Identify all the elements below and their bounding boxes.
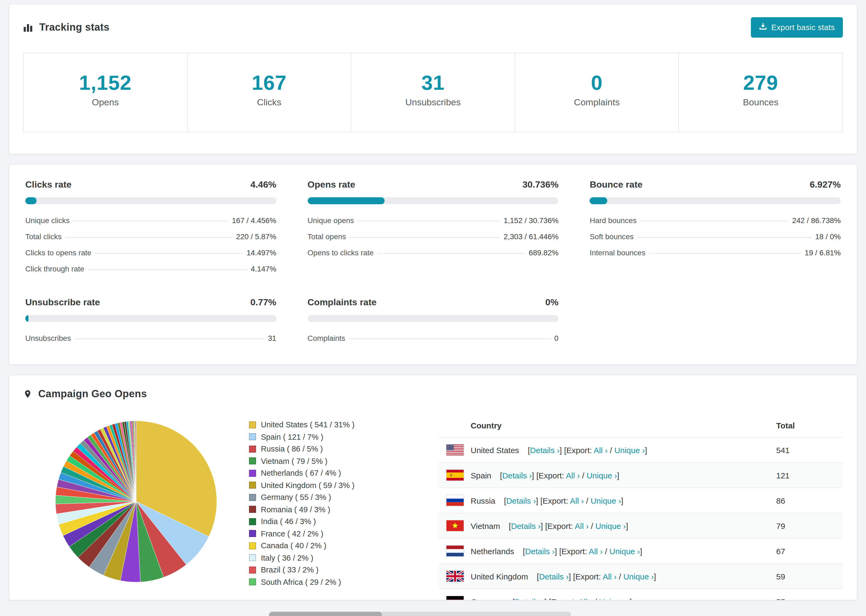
geo-opens-card: Campaign Geo Opens United States ( 541 /…: [9, 375, 857, 600]
country-links: [Details ›] [Export: All › / Unique ›]: [507, 521, 628, 530]
export-all-link[interactable]: All ›: [589, 546, 603, 556]
export-unique-link[interactable]: Unique ›: [624, 572, 654, 581]
bracket: [: [534, 572, 539, 581]
bracket: ]: [626, 521, 628, 530]
legend-item-united-states[interactable]: United States ( 541 / 31% ): [249, 420, 438, 429]
export-all-link[interactable]: All ›: [603, 572, 617, 581]
geo-pie-chart: [23, 414, 249, 600]
geo-pie-legend: United States ( 541 / 31% )Spain ( 121 /…: [249, 414, 438, 600]
legend-label: Vietnam ( 79 / 5% ): [261, 457, 328, 465]
rate-stat-value: 689.82%: [529, 248, 559, 257]
legend-item-brazil[interactable]: Brazil ( 33 / 2% ): [249, 566, 438, 574]
rate-opens-rate: Opens rate30.736%Unique opens1,152 / 30.…: [307, 179, 558, 277]
bracket: ]: [617, 471, 619, 480]
dotted-leader: [350, 237, 500, 237]
legend-item-vietnam[interactable]: Vietnam ( 79 / 5% ): [249, 457, 438, 465]
stat-label: Opens: [24, 97, 187, 108]
legend-item-india[interactable]: India ( 46 / 3% ): [249, 517, 438, 526]
details-link[interactable]: Details ›: [530, 445, 560, 454]
export-label: Export:: [551, 597, 578, 600]
legend-item-russia[interactable]: Russia ( 86 / 5% ): [249, 445, 438, 453]
dotted-leader: [638, 237, 811, 237]
export-all-link[interactable]: All ›: [566, 471, 580, 480]
country-links: [Details ›] [Export: All › / Unique ›]: [526, 445, 647, 454]
export-unique-link[interactable]: Unique ›: [590, 496, 621, 505]
separator: /: [589, 521, 595, 530]
rate-progress-fill: [307, 197, 384, 204]
export-all-link[interactable]: All ›: [570, 496, 584, 505]
rate-title: Clicks rate: [25, 179, 72, 190]
horizontal-scrollbar-thumb[interactable]: [269, 612, 382, 616]
rate-stat-value: 167 / 4.456%: [232, 216, 276, 225]
rate-stat-row: Hard bounces242 / 86.738%: [590, 212, 841, 228]
rate-title: Bounce rate: [590, 179, 643, 190]
details-link[interactable]: Details ›: [506, 496, 536, 505]
legend-label: Brazil ( 33 / 2% ): [261, 566, 318, 574]
tracking-stats-title-text: Tracking stats: [39, 22, 109, 33]
country-cell: United States [Details ›] [Export: All ›…: [446, 444, 776, 456]
country-total: 541: [776, 445, 835, 454]
legend-item-france[interactable]: France ( 42 / 2% ): [249, 529, 438, 538]
flag-netherlands-icon: [446, 545, 464, 557]
rate-stat-label: Clicks to opens rate: [25, 248, 91, 257]
legend-item-south-africa[interactable]: South Africa ( 29 / 2% ): [249, 578, 438, 586]
legend-item-netherlands[interactable]: Netherlands ( 67 / 4% ): [249, 469, 438, 477]
export-unique-link[interactable]: Unique ›: [599, 597, 630, 600]
export-label: Export:: [542, 496, 570, 505]
stat-value: 279: [679, 71, 842, 94]
legend-item-germany[interactable]: Germany ( 55 / 3% ): [249, 493, 438, 501]
country-cell: Vietnam [Details ›] [Export: All › / Uni…: [446, 520, 776, 532]
export-basic-stats-button[interactable]: Export basic stats: [751, 17, 843, 38]
legend-item-italy[interactable]: Italy ( 36 / 2% ): [249, 553, 438, 562]
rate-progress-fill: [590, 197, 607, 204]
rate-stat-value: 19 / 6.81%: [805, 248, 841, 257]
tracking-stats-title: Tracking stats: [23, 22, 109, 33]
export-unique-link[interactable]: Unique ›: [609, 546, 640, 556]
bracket: ]: [645, 445, 647, 454]
legend-item-canada[interactable]: Canada ( 40 / 2% ): [249, 541, 438, 550]
export-all-link[interactable]: All ›: [578, 597, 592, 600]
bracket: ] [: [532, 471, 538, 480]
legend-swatch: [249, 470, 256, 476]
legend-item-romania[interactable]: Romania ( 49 / 3% ): [249, 505, 438, 514]
legend-item-united-kingdom[interactable]: United Kingdom ( 59 / 3% ): [249, 481, 438, 489]
legend-swatch: [249, 518, 256, 525]
country-links: [Details ›] [Export: All › / Unique ›]: [498, 471, 619, 480]
details-link[interactable]: Details ›: [515, 597, 544, 600]
details-link[interactable]: Details ›: [539, 572, 568, 581]
export-unique-link[interactable]: Unique ›: [587, 471, 617, 480]
dotted-leader: [88, 269, 247, 270]
geo-table-row-vietnam: Vietnam [Details ›] [Export: All › / Uni…: [438, 513, 843, 538]
rate-stat-label: Click through rate: [25, 264, 84, 273]
details-link[interactable]: Details ›: [511, 521, 540, 530]
bracket: [: [510, 597, 515, 600]
export-unique-link[interactable]: Unique ›: [595, 521, 626, 530]
export-all-link[interactable]: All ›: [575, 521, 589, 530]
rate-progress-bar: [25, 315, 276, 322]
rate-stat-label: Unsubscribes: [25, 334, 71, 343]
legend-item-spain[interactable]: Spain ( 121 / 7% ): [249, 432, 438, 441]
rate-stat-label: Unique clicks: [25, 216, 70, 225]
rate-title: Complaints rate: [307, 297, 376, 308]
rate-stat-row: Complaints0: [307, 330, 558, 346]
rate-stat-label: Total clicks: [25, 232, 61, 241]
dotted-leader: [349, 339, 551, 339]
separator: /: [603, 546, 609, 556]
stat-label: Unsubscribes: [351, 97, 515, 108]
bracket: [: [502, 496, 506, 505]
stat-label: Bounces: [679, 97, 842, 108]
rate-bounce-rate: Bounce rate6.927%Hard bounces242 / 86.73…: [590, 179, 841, 277]
geo-opens-header: Campaign Geo Opens: [9, 375, 857, 413]
details-link[interactable]: Details ›: [525, 546, 554, 556]
export-unique-link[interactable]: Unique ›: [614, 445, 645, 454]
export-download-icon: [759, 23, 767, 32]
rate-value: 0%: [545, 297, 559, 308]
bracket: ] [: [544, 597, 551, 600]
horizontal-scrollbar-track[interactable]: [269, 612, 571, 616]
geo-table-row-netherlands: Netherlands [Details ›] [Export: All › /…: [438, 538, 843, 563]
export-all-link[interactable]: All ›: [594, 445, 608, 454]
country-total: 86: [776, 496, 835, 505]
bracket: ] [: [560, 445, 567, 454]
stat-opens: 1,152Opens: [24, 53, 187, 132]
details-link[interactable]: Details ›: [502, 471, 532, 480]
